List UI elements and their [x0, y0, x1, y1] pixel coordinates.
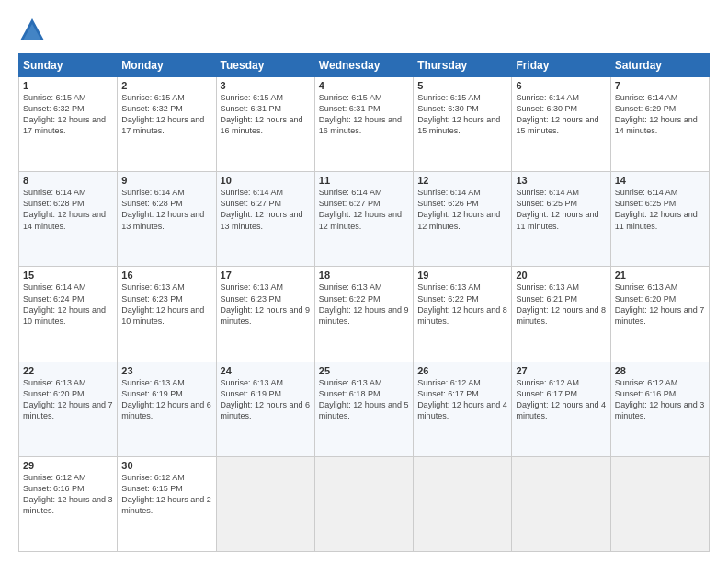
day-info: Sunrise: 6:13 AMSunset: 6:19 PMDaylight:… [121, 377, 211, 422]
day-number: 28 [615, 365, 705, 376]
calendar-day-cell: 30Sunrise: 6:12 AMSunset: 6:15 PMDayligh… [118, 456, 216, 551]
day-header: Tuesday [216, 54, 314, 77]
day-info: Sunrise: 6:12 AMSunset: 6:16 PMDaylight:… [23, 472, 113, 517]
day-number: 26 [417, 365, 507, 376]
calendar-day-cell: 18Sunrise: 6:13 AMSunset: 6:22 PMDayligh… [314, 267, 413, 362]
calendar-day-cell: 20Sunrise: 6:13 AMSunset: 6:21 PMDayligh… [512, 267, 610, 362]
day-info: Sunrise: 6:15 AMSunset: 6:30 PMDaylight:… [417, 92, 507, 137]
day-number: 1 [23, 80, 113, 91]
calendar-day-cell: 28Sunrise: 6:12 AMSunset: 6:16 PMDayligh… [610, 362, 709, 456]
day-info: Sunrise: 6:13 AMSunset: 6:21 PMDaylight:… [516, 282, 606, 327]
calendar-day-cell [512, 456, 610, 551]
day-info: Sunrise: 6:13 AMSunset: 6:20 PMDaylight:… [615, 282, 705, 327]
calendar-table: SundayMondayTuesdayWednesdayThursdayFrid… [18, 53, 710, 552]
day-header: Monday [118, 54, 216, 77]
calendar-day-cell: 6Sunrise: 6:14 AMSunset: 6:30 PMDaylight… [512, 77, 610, 172]
calendar-body: 1Sunrise: 6:15 AMSunset: 6:32 PMDaylight… [19, 77, 710, 552]
calendar-day-cell: 27Sunrise: 6:12 AMSunset: 6:17 PMDayligh… [512, 362, 610, 456]
day-number: 5 [417, 80, 507, 91]
calendar-day-cell: 3Sunrise: 6:15 AMSunset: 6:31 PMDaylight… [216, 77, 314, 172]
day-number: 17 [221, 270, 311, 281]
day-number: 20 [516, 270, 606, 281]
calendar-day-cell: 29Sunrise: 6:12 AMSunset: 6:16 PMDayligh… [19, 456, 118, 551]
day-number: 22 [23, 365, 113, 376]
day-number: 27 [516, 365, 606, 376]
day-number: 18 [319, 270, 409, 281]
calendar-day-cell: 1Sunrise: 6:15 AMSunset: 6:32 PMDaylight… [19, 77, 118, 172]
day-info: Sunrise: 6:14 AMSunset: 6:30 PMDaylight:… [516, 92, 606, 137]
calendar-day-cell: 15Sunrise: 6:14 AMSunset: 6:24 PMDayligh… [19, 267, 118, 362]
day-number: 30 [121, 460, 211, 471]
day-info: Sunrise: 6:12 AMSunset: 6:17 PMDaylight:… [516, 377, 606, 422]
day-number: 4 [319, 80, 409, 91]
logo [18, 17, 50, 44]
calendar-day-cell: 16Sunrise: 6:13 AMSunset: 6:23 PMDayligh… [118, 267, 216, 362]
day-info: Sunrise: 6:13 AMSunset: 6:19 PMDaylight:… [221, 377, 311, 422]
day-number: 15 [23, 270, 113, 281]
calendar-day-cell: 26Sunrise: 6:12 AMSunset: 6:17 PMDayligh… [414, 362, 512, 456]
calendar-day-cell [314, 456, 413, 551]
calendar-day-cell [610, 456, 709, 551]
day-number: 12 [417, 175, 507, 186]
day-info: Sunrise: 6:15 AMSunset: 6:31 PMDaylight:… [221, 92, 311, 137]
day-info: Sunrise: 6:12 AMSunset: 6:16 PMDaylight:… [615, 377, 705, 422]
day-info: Sunrise: 6:13 AMSunset: 6:23 PMDaylight:… [121, 282, 211, 327]
calendar-header-row: SundayMondayTuesdayWednesdayThursdayFrid… [19, 54, 710, 77]
calendar-day-cell: 23Sunrise: 6:13 AMSunset: 6:19 PMDayligh… [118, 362, 216, 456]
day-number: 29 [23, 460, 113, 471]
calendar-day-cell: 17Sunrise: 6:13 AMSunset: 6:23 PMDayligh… [216, 267, 314, 362]
day-info: Sunrise: 6:14 AMSunset: 6:24 PMDaylight:… [23, 282, 113, 327]
calendar-week-row: 29Sunrise: 6:12 AMSunset: 6:16 PMDayligh… [19, 456, 710, 551]
day-info: Sunrise: 6:13 AMSunset: 6:23 PMDaylight:… [221, 282, 311, 327]
day-number: 19 [417, 270, 507, 281]
day-header: Saturday [610, 54, 709, 77]
day-info: Sunrise: 6:13 AMSunset: 6:18 PMDaylight:… [319, 377, 409, 422]
calendar-day-cell: 25Sunrise: 6:13 AMSunset: 6:18 PMDayligh… [314, 362, 413, 456]
calendar-day-cell: 8Sunrise: 6:14 AMSunset: 6:28 PMDaylight… [19, 172, 118, 267]
calendar-day-cell: 9Sunrise: 6:14 AMSunset: 6:28 PMDaylight… [118, 172, 216, 267]
day-info: Sunrise: 6:14 AMSunset: 6:27 PMDaylight:… [221, 187, 311, 232]
calendar-week-row: 15Sunrise: 6:14 AMSunset: 6:24 PMDayligh… [19, 267, 710, 362]
header [18, 17, 710, 44]
calendar-day-cell: 22Sunrise: 6:13 AMSunset: 6:20 PMDayligh… [19, 362, 118, 456]
calendar-day-cell: 12Sunrise: 6:14 AMSunset: 6:26 PMDayligh… [414, 172, 512, 267]
day-number: 21 [615, 270, 705, 281]
calendar-day-cell: 5Sunrise: 6:15 AMSunset: 6:30 PMDaylight… [414, 77, 512, 172]
day-number: 23 [121, 365, 211, 376]
day-info: Sunrise: 6:12 AMSunset: 6:15 PMDaylight:… [121, 472, 211, 517]
day-number: 6 [516, 80, 606, 91]
calendar-day-cell: 7Sunrise: 6:14 AMSunset: 6:29 PMDaylight… [610, 77, 709, 172]
day-info: Sunrise: 6:13 AMSunset: 6:22 PMDaylight:… [319, 282, 409, 327]
calendar-day-cell: 11Sunrise: 6:14 AMSunset: 6:27 PMDayligh… [314, 172, 413, 267]
day-info: Sunrise: 6:14 AMSunset: 6:26 PMDaylight:… [417, 187, 507, 232]
day-info: Sunrise: 6:13 AMSunset: 6:22 PMDaylight:… [417, 282, 507, 327]
calendar-day-cell [414, 456, 512, 551]
day-number: 3 [221, 80, 311, 91]
calendar-week-row: 22Sunrise: 6:13 AMSunset: 6:20 PMDayligh… [19, 362, 710, 456]
day-info: Sunrise: 6:15 AMSunset: 6:32 PMDaylight:… [23, 92, 113, 137]
day-number: 7 [615, 80, 705, 91]
day-number: 8 [23, 175, 113, 186]
day-info: Sunrise: 6:14 AMSunset: 6:27 PMDaylight:… [319, 187, 409, 232]
day-info: Sunrise: 6:14 AMSunset: 6:29 PMDaylight:… [615, 92, 705, 137]
calendar-day-cell: 19Sunrise: 6:13 AMSunset: 6:22 PMDayligh… [414, 267, 512, 362]
calendar-day-cell: 2Sunrise: 6:15 AMSunset: 6:32 PMDaylight… [118, 77, 216, 172]
day-header: Sunday [19, 54, 118, 77]
day-info: Sunrise: 6:12 AMSunset: 6:17 PMDaylight:… [417, 377, 507, 422]
day-info: Sunrise: 6:15 AMSunset: 6:31 PMDaylight:… [319, 92, 409, 137]
day-info: Sunrise: 6:14 AMSunset: 6:28 PMDaylight:… [23, 187, 113, 232]
day-number: 24 [221, 365, 311, 376]
calendar-day-cell: 24Sunrise: 6:13 AMSunset: 6:19 PMDayligh… [216, 362, 314, 456]
calendar-day-cell [216, 456, 314, 551]
calendar-week-row: 8Sunrise: 6:14 AMSunset: 6:28 PMDaylight… [19, 172, 710, 267]
calendar-day-cell: 21Sunrise: 6:13 AMSunset: 6:20 PMDayligh… [610, 267, 709, 362]
day-number: 11 [319, 175, 409, 186]
day-number: 10 [221, 175, 311, 186]
day-info: Sunrise: 6:13 AMSunset: 6:20 PMDaylight:… [23, 377, 113, 422]
day-number: 25 [319, 365, 409, 376]
day-number: 2 [121, 80, 211, 91]
day-info: Sunrise: 6:14 AMSunset: 6:25 PMDaylight:… [615, 187, 705, 232]
day-info: Sunrise: 6:15 AMSunset: 6:32 PMDaylight:… [121, 92, 211, 137]
day-number: 13 [516, 175, 606, 186]
calendar-day-cell: 13Sunrise: 6:14 AMSunset: 6:25 PMDayligh… [512, 172, 610, 267]
